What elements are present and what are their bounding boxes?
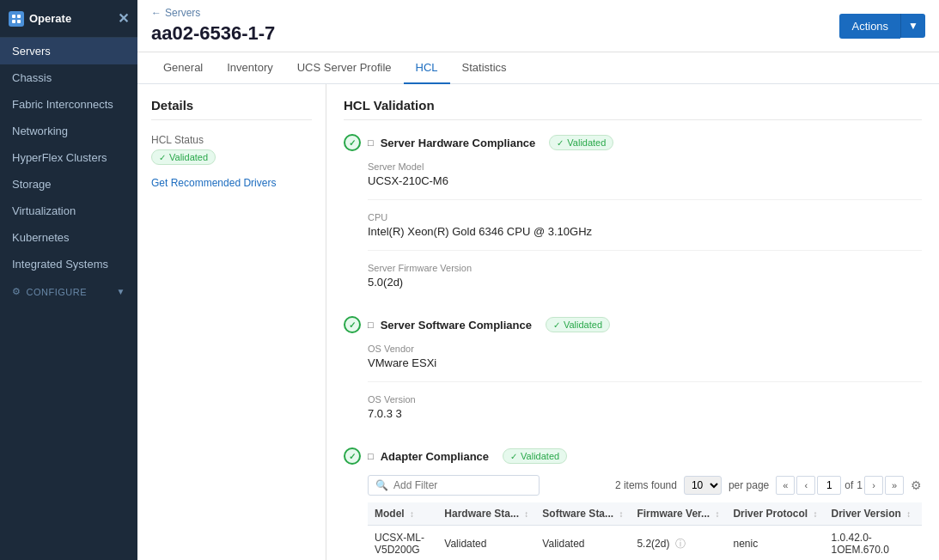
sidebar-item-fabric-interconnects[interactable]: Fabric Interconnects xyxy=(0,91,137,118)
per-page-select[interactable]: 10 20 50 xyxy=(684,476,722,495)
sort-icon-sw: ↕ xyxy=(619,509,623,519)
adapter-compliance-toggle[interactable]: □ xyxy=(368,451,374,461)
svg-rect-0 xyxy=(12,15,15,18)
table-header: Model ↕ Hardware Sta... ↕ Software Sta..… xyxy=(368,502,922,526)
sidebar-item-networking[interactable]: Networking xyxy=(0,118,137,144)
os-vendor-field: OS Vendor VMware ESXi xyxy=(368,344,922,382)
adapter-compliance-badge: Validated xyxy=(503,448,567,464)
firmware-value: 5.0(2d) xyxy=(368,276,922,289)
tab-general[interactable]: General xyxy=(151,52,215,84)
table-body: UCSX-ML-V5D200G Validated Validated 5.2(… xyxy=(368,526,922,561)
software-compliance-header: ✓ □ Server Software Compliance Validated xyxy=(344,316,922,333)
adapter-compliance-content: 🔍 2 items found 10 20 50 per page xyxy=(368,475,922,560)
page-title: aa02-6536-1-7 xyxy=(151,22,275,45)
firmware-label: Server Firmware Version xyxy=(368,263,922,273)
sidebar-item-storage[interactable]: Storage xyxy=(0,171,137,198)
adapter-compliance-header: ✓ □ Adapter Compliance Validated xyxy=(344,447,922,465)
hardware-compliance-circle: ✓ xyxy=(344,134,361,151)
sidebar-item-chassis[interactable]: Chassis xyxy=(0,64,137,91)
sort-icon-model: ↕ xyxy=(410,509,414,519)
main-content: ← Servers aa02-6536-1-7 Actions ▼ Genera… xyxy=(137,0,939,560)
tab-ucs-server-profile[interactable]: UCS Server Profile xyxy=(285,52,404,84)
cell-driver-version: 1.0.42.0-1OEM.670.0 xyxy=(824,526,922,561)
svg-rect-3 xyxy=(17,20,21,23)
pager-prev-btn[interactable]: ‹ xyxy=(796,476,815,495)
firmware-info-icon[interactable]: ⓘ xyxy=(675,538,686,550)
sort-icon-hw: ↕ xyxy=(524,509,528,519)
app-name: Operate xyxy=(29,12,71,25)
sidebar-section-configure[interactable]: ⚙ Configure ▼ xyxy=(0,277,137,301)
configure-label: Configure xyxy=(27,287,88,297)
actions-chevron-button[interactable]: ▼ xyxy=(900,14,925,38)
tab-hcl[interactable]: HCL xyxy=(404,52,450,84)
table-settings-icon[interactable]: ⚙ xyxy=(911,478,922,492)
pager-first-btn[interactable]: « xyxy=(776,476,795,495)
software-compliance-circle: ✓ xyxy=(344,316,361,333)
sidebar-item-servers[interactable]: Servers xyxy=(0,38,137,64)
sort-icon-dv: ↕ xyxy=(906,509,911,519)
os-vendor-value: VMware ESXi xyxy=(368,356,922,369)
items-found: 2 items found xyxy=(615,479,677,491)
topbar-left: ← Servers aa02-6536-1-7 xyxy=(151,7,275,45)
search-icon: 🔍 xyxy=(375,479,388,491)
svg-rect-2 xyxy=(12,20,15,23)
col-hardware-status[interactable]: Hardware Sta... ↕ xyxy=(437,502,535,526)
hardware-compliance-toggle[interactable]: □ xyxy=(368,137,374,148)
table-toolbar: 🔍 2 items found 10 20 50 per page xyxy=(368,475,922,496)
filter-box[interactable]: 🔍 xyxy=(368,475,540,496)
cell-firmware-version: 5.2(2d) ⓘ xyxy=(630,526,726,561)
col-model[interactable]: Model ↕ xyxy=(368,502,437,526)
adapter-compliance-title: Adapter Compliance xyxy=(381,450,489,463)
tab-statistics[interactable]: Statistics xyxy=(450,52,519,84)
sort-icon-dp: ↕ xyxy=(813,509,817,519)
sidebar-toggle[interactable]: ✕ xyxy=(118,10,129,27)
pager-next-btn[interactable]: › xyxy=(864,476,883,495)
gear-icon: ⚙ xyxy=(12,286,21,297)
hcl-panel: HCL Validation ✓ □ Server Hardware Compl… xyxy=(326,84,939,560)
cell-software-status: Validated xyxy=(535,526,630,561)
hardware-compliance-content: Server Model UCSX-210C-M6 CPU Intel(R) X… xyxy=(368,161,922,301)
sidebar-item-integrated-systems[interactable]: Integrated Systems xyxy=(0,251,137,277)
col-driver-protocol[interactable]: Driver Protocol ↕ xyxy=(726,502,824,526)
hcl-status-badge: Validated xyxy=(151,149,216,165)
adapter-table: Model ↕ Hardware Sta... ↕ Software Sta..… xyxy=(368,502,922,560)
adapter-compliance-section: ✓ □ Adapter Compliance Validated 🔍 2 ite… xyxy=(344,447,922,560)
sidebar-item-hyperflex[interactable]: HyperFlex Clusters xyxy=(0,144,137,171)
details-title: Details xyxy=(151,98,312,120)
col-software-status[interactable]: Software Sta... ↕ xyxy=(535,502,630,526)
server-model-field: Server Model UCSX-210C-M6 xyxy=(368,161,922,200)
actions-button[interactable]: Actions xyxy=(839,14,900,39)
sort-icon-fw: ↕ xyxy=(715,509,719,519)
cell-driver-protocol: nenic xyxy=(726,526,824,561)
cell-model: UCSX-ML-V5D200G xyxy=(368,526,437,561)
pager-page-input[interactable] xyxy=(817,476,841,495)
adapter-compliance-circle: ✓ xyxy=(344,447,361,465)
hcl-status-section: HCL Status Validated xyxy=(151,134,312,165)
os-vendor-label: OS Vendor xyxy=(368,344,922,354)
pager-total: 1 xyxy=(857,479,863,491)
sidebar-header-left: Operate xyxy=(9,11,71,27)
filter-input[interactable] xyxy=(393,479,514,491)
breadcrumb-link[interactable]: Servers xyxy=(165,7,200,19)
actions-group: Actions ▼ xyxy=(839,14,925,39)
pager-top: « ‹ of 1 › » xyxy=(776,476,904,495)
server-model-label: Server Model xyxy=(368,161,922,172)
software-compliance-content: OS Vendor VMware ESXi OS Version 7.0.3 3 xyxy=(368,344,922,432)
pager-of: of xyxy=(843,479,855,491)
sidebar-item-kubernetes[interactable]: Kubernetes xyxy=(0,224,137,251)
hcl-title: HCL Validation xyxy=(344,98,922,120)
col-driver-version[interactable]: Driver Version ↕ xyxy=(824,502,922,526)
tab-inventory[interactable]: Inventory xyxy=(215,52,284,84)
pager-last-btn[interactable]: » xyxy=(885,476,904,495)
breadcrumb: ← Servers xyxy=(151,7,275,19)
hcl-status-label: HCL Status xyxy=(151,134,312,146)
sidebar-item-virtualization[interactable]: Virtualization xyxy=(0,198,137,224)
software-compliance-toggle[interactable]: □ xyxy=(368,320,374,330)
col-firmware-version[interactable]: Firmware Ver... ↕ xyxy=(630,502,726,526)
topbar: ← Servers aa02-6536-1-7 Actions ▼ xyxy=(137,0,939,52)
software-compliance-title: Server Software Compliance xyxy=(381,319,532,332)
chevron-down-icon: ▼ xyxy=(117,287,125,296)
get-drivers-link[interactable]: Get Recommended Drivers xyxy=(151,177,312,189)
app-logo xyxy=(9,11,24,27)
sidebar: Operate ✕ Servers Chassis Fabric Interco… xyxy=(0,0,137,560)
